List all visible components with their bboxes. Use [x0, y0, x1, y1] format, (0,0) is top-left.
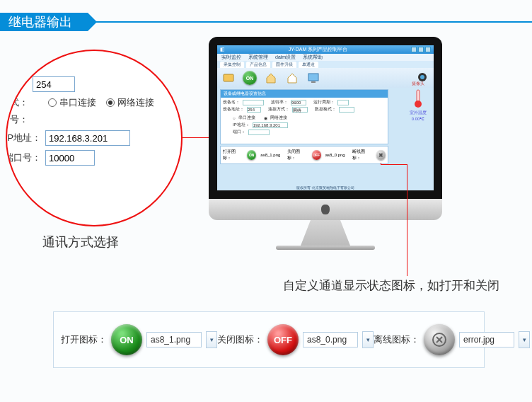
app-title: JY-DAM 系列产品控制平台 — [289, 46, 347, 53]
method-label: 方式： — [6, 96, 28, 109]
tab-bar: 采集控制 产品信息 固件升级 单通道 — [217, 61, 434, 68]
footer-copyright: 版权所有·北京聚英翱翔电子有限公司 — [217, 185, 434, 190]
caption-custom-icon: 自定义通道显示状态图标，如打开和关闭 — [283, 277, 499, 294]
callout-line — [183, 137, 212, 138]
radio-network[interactable]: 网络连接 — [106, 96, 154, 109]
min-button[interactable] — [411, 47, 417, 52]
open-icon-dropdown[interactable]: ▾ — [206, 331, 217, 348]
close-icon-dropdown[interactable]: ▾ — [362, 331, 374, 348]
menubar: 实时监控 系统管理 daim设置 系统帮助 — [217, 54, 434, 61]
callout-line — [381, 164, 407, 165]
device-addr-input[interactable] — [33, 76, 75, 92]
port-input[interactable] — [45, 150, 95, 166]
form-title: 设备或继电器设置信息 — [221, 90, 388, 98]
home-return-icon[interactable] — [264, 71, 278, 85]
on-icon[interactable]: ON — [247, 150, 256, 160]
icon-picker-panel: 打开图标： ON as8_1.png ▾ 关闭图标： OFF as8_0.png… — [53, 311, 485, 368]
menu-item[interactable]: daim设置 — [275, 54, 296, 61]
power-on-icon[interactable]: ON — [243, 71, 257, 85]
section-port-label: 口号： — [6, 113, 28, 126]
menu-item[interactable]: 系统管理 — [248, 54, 268, 61]
ip-input[interactable] — [45, 130, 130, 146]
offline-icon-label: 离线图标： — [374, 333, 420, 346]
offline-icon-preview[interactable] — [424, 324, 455, 355]
svg-point-6 — [415, 100, 422, 108]
tab[interactable]: 固件升级 — [272, 62, 296, 68]
svg-rect-0 — [224, 74, 233, 81]
icon-picker-strip: 打开图标： ON as8_1.png 关闭图标： OFF as8_0.png 断… — [220, 146, 388, 164]
callout-line — [407, 164, 407, 276]
menu-item[interactable]: 系统帮助 — [303, 54, 323, 61]
offline-icon-dropdown[interactable]: ▾ — [519, 331, 530, 348]
tab[interactable]: 产品信息 — [246, 62, 270, 68]
svg-point-4 — [420, 75, 424, 79]
close-icon-label: 关闭图标： — [217, 333, 263, 346]
device-icon[interactable] — [221, 71, 236, 85]
radio-serial[interactable]: 串口连接 — [48, 96, 96, 109]
section-title: 继电器输出 — [0, 13, 88, 31]
offline-icon-filename[interactable]: error.jpg — [459, 332, 514, 348]
open-icon-filename[interactable]: as8_1.png — [146, 332, 202, 348]
open-icon-label: 打开图标： — [61, 333, 107, 346]
close-icon-filename[interactable]: as8_0.png — [303, 332, 358, 348]
svg-rect-1 — [308, 74, 318, 81]
port-label: 端口号： — [6, 151, 41, 164]
app-screenshot: ◧ JY-DAM 系列产品控制平台 实时监控 系统管理 daim设置 系统帮助 … — [217, 45, 434, 190]
max-button[interactable] — [418, 47, 424, 52]
apple-logo-icon — [321, 205, 330, 214]
home-icon[interactable] — [285, 71, 299, 85]
ip-label: IP地址： — [6, 132, 41, 144]
svg-rect-2 — [311, 81, 316, 83]
open-icon-preview[interactable]: ON — [111, 324, 142, 355]
toolbar: ON — [217, 68, 434, 88]
close-icon-preview[interactable]: OFF — [267, 324, 299, 355]
tab[interactable]: 采集控制 — [220, 62, 244, 68]
side-panel: 摄像头 室外温度 0.00℃ — [405, 81, 431, 121]
title-text: 继电器输出 — [0, 13, 88, 31]
monitor-icon[interactable] — [306, 71, 320, 85]
app-icon: ◧ — [220, 47, 225, 52]
device-form: 设备或继电器设置信息 设备名： 波特率：9600 运行周期： 设备地址：254 … — [220, 89, 388, 144]
offline-icon[interactable]: ✖ — [376, 150, 386, 160]
off-icon[interactable]: OFF — [312, 150, 321, 160]
zoom-lens: 方式： 串口连接 网络连接 口号： IP地址： 端口号： — [6, 50, 183, 226]
menu-item[interactable]: 实时监控 — [221, 54, 241, 61]
lens-caption: 通讯方式选择 — [42, 234, 119, 251]
tab[interactable]: 单通道 — [299, 62, 318, 68]
close-button[interactable] — [425, 47, 431, 52]
